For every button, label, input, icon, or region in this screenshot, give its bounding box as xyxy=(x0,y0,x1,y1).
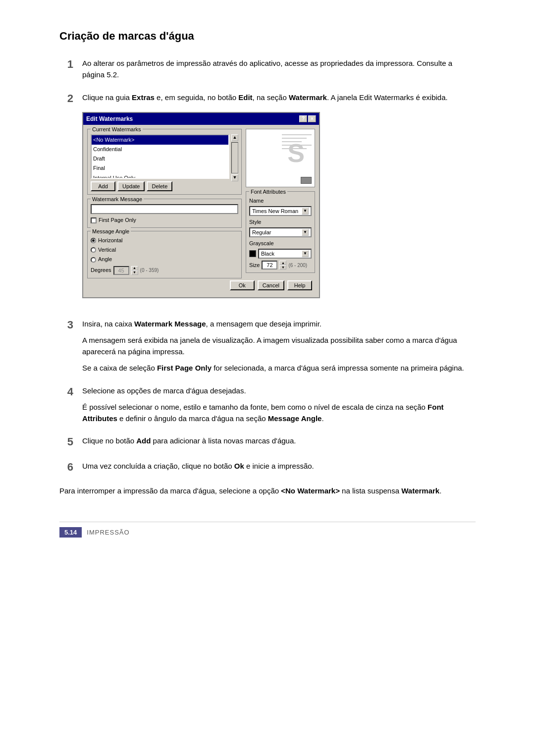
step-content-1: Ao alterar os parâmetros de impressão at… xyxy=(82,57,476,81)
step-number-1: 1 xyxy=(59,57,73,81)
step-4: 4 Selecione as opções de marca d'água de… xyxy=(59,385,476,425)
font-name-arrow[interactable]: ▼ xyxy=(302,208,309,215)
degrees-label: Degrees xyxy=(91,266,111,274)
spin-down[interactable]: ▼ xyxy=(131,270,138,275)
ok-button[interactable]: Ok xyxy=(230,280,255,290)
step-content-3: Insira, na caixa Watermark Message, a me… xyxy=(82,318,476,374)
first-page-only-row: First Page Only xyxy=(91,216,238,224)
watermarks-listbox[interactable]: <No Watermark> Confidential Draft Final … xyxy=(91,134,229,179)
watermark-preview: S xyxy=(246,129,315,187)
help-dialog-button[interactable]: Help xyxy=(287,280,312,290)
add-button[interactable]: Add xyxy=(91,181,115,191)
font-attributes-section: Font Attributes Name Times New Roman ▼ S… xyxy=(246,191,315,273)
step-4-text: Selecione as opções de marca d'água dese… xyxy=(82,385,476,396)
help-button[interactable]: ? xyxy=(299,115,307,122)
grayscale-arrow[interactable]: ▼ xyxy=(302,250,309,257)
degrees-input[interactable] xyxy=(113,266,129,275)
grayscale-value: Black xyxy=(261,250,274,258)
page-title: Criação de marcas d'água xyxy=(59,30,476,43)
degrees-row: Degrees ▲ ▼ (0 - 359) xyxy=(91,266,238,275)
footer-badge: 5.14 xyxy=(59,527,82,538)
preview-line xyxy=(282,145,312,146)
size-input[interactable] xyxy=(262,261,277,270)
list-item[interactable]: <No Watermark> xyxy=(92,135,228,145)
scrollbar-up[interactable]: ▲ xyxy=(231,134,238,141)
horizontal-label: Horizontal xyxy=(98,236,123,245)
step-5: 5 Clique no botão Add para adicionar à l… xyxy=(59,435,476,449)
font-attributes-label: Font Attributes xyxy=(249,188,287,196)
dialog-footer: Ok Cancel Help xyxy=(87,278,315,293)
dialog-wrapper: Edit Watermarks ? × Current Watermarks xyxy=(82,112,476,298)
current-watermarks-label: Current Watermarks xyxy=(91,125,143,134)
font-name-value: Times New Roman xyxy=(252,207,298,216)
step-4-sub1: É possível selecionar o nome, estilo e t… xyxy=(82,401,476,425)
watermark-message-input[interactable] xyxy=(91,204,238,214)
preview-block xyxy=(301,177,312,184)
vertical-label: Vertical xyxy=(98,246,116,254)
preview-lines xyxy=(282,134,312,149)
color-swatch xyxy=(249,250,256,257)
size-range: (6 - 200) xyxy=(288,262,307,270)
font-style-arrow[interactable]: ▼ xyxy=(302,229,309,236)
first-page-only-checkbox[interactable] xyxy=(91,217,97,223)
message-angle-section: Message Angle Horizontal Vertical xyxy=(87,231,242,278)
step-2-text: Clique na guia Extras e, em seguida, no … xyxy=(82,92,476,103)
preview-line xyxy=(282,148,307,149)
font-style-label: Style xyxy=(249,218,312,226)
preview-line xyxy=(282,138,307,139)
watermark-message-label: Watermark Message xyxy=(91,195,144,204)
message-angle-label: Message Angle xyxy=(91,227,131,236)
dialog-right: S xyxy=(246,129,315,278)
dialog-body: Current Watermarks <No Watermark> Confid… xyxy=(83,125,319,297)
step-3-sub2: Se a caixa de seleção First Page Only fo… xyxy=(82,362,476,374)
first-page-only-label: First Page Only xyxy=(99,216,136,224)
step-3-text: Insira, na caixa Watermark Message, a me… xyxy=(82,318,476,329)
delete-button[interactable]: Delete xyxy=(147,181,172,191)
watermark-action-buttons: Add Update Delete xyxy=(91,181,238,191)
vertical-radio-row: Vertical xyxy=(91,246,238,254)
final-paragraph: Para interromper a impressão da marca d'… xyxy=(59,485,476,496)
step-number-2: 2 xyxy=(59,92,73,307)
step-6-text: Uma vez concluída a criação, clique no b… xyxy=(82,460,476,472)
list-item[interactable]: Confidential xyxy=(92,145,228,154)
page-footer: 5.14 Impressão xyxy=(59,522,476,538)
size-spin-down[interactable]: ▼ xyxy=(279,265,286,270)
horizontal-radio-row: Horizontal xyxy=(91,236,238,245)
size-label: Size xyxy=(249,261,260,270)
size-spinner: ▲ ▼ xyxy=(279,261,286,270)
grayscale-dropdown[interactable]: Black ▼ xyxy=(258,249,312,259)
angle-radio[interactable] xyxy=(91,257,96,263)
edit-watermarks-dialog: Edit Watermarks ? × Current Watermarks xyxy=(82,112,320,298)
watermark-message-section: Watermark Message First Page Only xyxy=(87,199,242,228)
step-content-5: Clique no botão Add para adicionar à lis… xyxy=(82,435,476,449)
dialog-titlebar: Edit Watermarks ? × xyxy=(83,113,319,125)
scrollbar-down[interactable]: ▼ xyxy=(231,174,238,181)
degrees-range: (0 - 359) xyxy=(140,267,159,274)
step-2: 2 Clique na guia Extras e, em seguida, n… xyxy=(59,92,476,307)
preview-line xyxy=(282,134,312,135)
angle-label: Angle xyxy=(98,255,112,264)
cancel-button[interactable]: Cancel xyxy=(258,280,284,290)
close-button[interactable]: × xyxy=(308,115,316,122)
vertical-radio[interactable] xyxy=(91,247,96,253)
step-content-6: Uma vez concluída a criação, clique no b… xyxy=(82,460,476,475)
update-button[interactable]: Update xyxy=(117,181,145,191)
step-3: 3 Insira, na caixa Watermark Message, a … xyxy=(59,318,476,374)
font-name-dropdown[interactable]: Times New Roman ▼ xyxy=(249,206,312,216)
step-number-6: 6 xyxy=(59,460,73,475)
step-content-4: Selecione as opções de marca d'água dese… xyxy=(82,385,476,425)
size-row: Size ▲ ▼ (6 - 200) xyxy=(249,261,312,270)
step-6: 6 Uma vez concluída a criação, clique no… xyxy=(59,460,476,475)
font-style-value: Regular xyxy=(252,228,271,237)
grayscale-row: Black ▼ xyxy=(249,249,312,259)
scrollbar-track[interactable] xyxy=(231,142,238,173)
list-item[interactable]: Final xyxy=(92,163,228,173)
font-style-dropdown[interactable]: Regular ▼ xyxy=(249,227,312,237)
step-number-5: 5 xyxy=(59,435,73,449)
horizontal-radio[interactable] xyxy=(91,238,96,243)
list-item[interactable]: Internal Use Only xyxy=(92,173,228,179)
step-number-4: 4 xyxy=(59,385,73,425)
list-item[interactable]: Draft xyxy=(92,154,228,163)
dialog-main: Current Watermarks <No Watermark> Confid… xyxy=(87,129,315,278)
step-5-text: Clique no botão Add para adicionar à lis… xyxy=(82,435,476,446)
